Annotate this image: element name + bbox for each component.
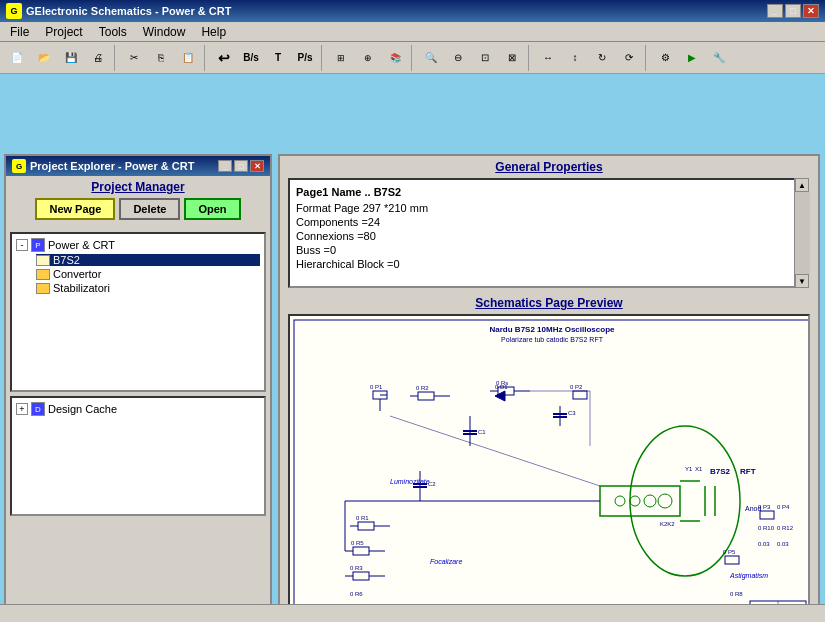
rotate-btn[interactable]: ↻ <box>589 45 615 71</box>
comp-r3b <box>353 572 369 580</box>
label-r2: 0 R2 <box>416 385 429 391</box>
comp-p5 <box>725 556 739 564</box>
maximize-btn[interactable]: □ <box>785 4 801 18</box>
settings-btn[interactable]: 🔧 <box>706 45 732 71</box>
comp-r2 <box>418 392 434 400</box>
page-convertor-label: Convertor <box>53 268 101 280</box>
gp-hierarchical: Hierarchical Block =0 <box>296 258 790 270</box>
zoom-out-btn[interactable]: ⊖ <box>445 45 471 71</box>
mirror-v-btn[interactable]: ↕ <box>562 45 588 71</box>
open-file-btn[interactable]: 📂 <box>31 45 57 71</box>
gp-connexions: Connexions =80 <box>296 230 790 242</box>
page-b7s2-label: B7S2 <box>53 254 80 266</box>
dc-expand-btn[interactable]: + <box>16 403 28 415</box>
text-btn[interactable]: T <box>265 45 291 71</box>
new-page-btn[interactable]: New Page <box>35 198 115 220</box>
menu-help[interactable]: Help <box>193 23 234 41</box>
cut-btn[interactable]: ✂ <box>121 45 147 71</box>
gp-page-name: Page1 Name .. B7S2 <box>296 186 790 198</box>
title-bar: G GElectronic Schematics - Power & CRT _… <box>0 0 825 22</box>
sep2 <box>204 45 208 71</box>
project-manager: Project Manager New Page Delete Open <box>6 176 270 228</box>
label-r3b: 0 R3 <box>350 565 363 571</box>
tree-page-stabilizatori[interactable]: Stabilizatori <box>36 282 260 294</box>
zoom-fit-btn[interactable]: ⊡ <box>472 45 498 71</box>
print-btn[interactable]: 🖨 <box>85 45 111 71</box>
y1-label: Y1 <box>685 466 693 472</box>
pe-close-btn[interactable]: ✕ <box>250 160 264 172</box>
menu-window[interactable]: Window <box>135 23 194 41</box>
tree-children: B7S2 Convertor Stabilizatori <box>36 254 260 294</box>
pe-icon: G <box>12 159 26 173</box>
open-btn[interactable]: Open <box>184 198 240 220</box>
add-comp-btn[interactable]: ⊞ <box>328 45 354 71</box>
undo-btn[interactable]: ↩ <box>211 45 237 71</box>
pe-minimize-btn[interactable]: _ <box>218 160 232 172</box>
pe-maximize-btn[interactable]: □ <box>234 160 248 172</box>
lib-btn[interactable]: 📚 <box>382 45 408 71</box>
pm-buttons: New Page Delete Open <box>10 198 266 220</box>
gp-title: General Properties <box>280 156 818 178</box>
run-sim-btn[interactable]: ▶ <box>679 45 705 71</box>
tree-page-convertor[interactable]: Convertor <box>36 268 260 280</box>
menu-file[interactable]: File <box>2 23 37 41</box>
scroll-up-btn[interactable]: ▲ <box>795 178 809 192</box>
sch-title1: Nardu B7S2 10MHz Oscilloscope <box>490 325 615 334</box>
mirror-h-btn[interactable]: ↔ <box>535 45 561 71</box>
title-controls[interactable]: _ □ ✕ <box>767 4 819 18</box>
schematic-svg: Nardu B7S2 10MHz Oscilloscope Polarizare… <box>290 316 810 622</box>
menu-project[interactable]: Project <box>37 23 90 41</box>
label-r5: 0 R5 <box>351 540 364 546</box>
sch-title2: Polarizare tub catodic B7S2 RFT <box>501 336 604 343</box>
pe-titlebar: G Project Explorer - Power & CRT _ □ ✕ <box>6 156 270 176</box>
label-p3: 0 P3 <box>758 504 771 510</box>
label-c3: C3 <box>568 410 576 416</box>
label-p1: 0 P1 <box>370 384 383 390</box>
dc-icon: D <box>31 402 45 416</box>
bus-btn[interactable]: B/s <box>238 45 264 71</box>
place-btn[interactable]: ⊕ <box>355 45 381 71</box>
menu-bar: File Project Tools Window Help <box>0 22 825 42</box>
label-p5: 0 P5 <box>723 549 736 555</box>
sep6 <box>645 45 649 71</box>
delete-btn[interactable]: Delete <box>119 198 180 220</box>
zoom-100-btn[interactable]: ⊠ <box>499 45 525 71</box>
copy-btn[interactable]: ⎘ <box>148 45 174 71</box>
focalizare-label: Focalizare <box>430 558 462 565</box>
app-title: GElectronic Schematics - Power & CRT <box>26 5 231 17</box>
paste-btn[interactable]: 📋 <box>175 45 201 71</box>
sp-title: Schematics Page Preview <box>280 292 818 314</box>
label-003b: 0.03 <box>777 541 789 547</box>
x1-label: X1 <box>695 466 703 472</box>
sp-canvas: Nardu B7S2 10MHz Oscilloscope Polarizare… <box>288 314 810 622</box>
app-icon: G <box>6 3 22 19</box>
sep1 <box>114 45 118 71</box>
gp-scrollbar[interactable]: ▲ ▼ <box>794 178 810 288</box>
pe-controls[interactable]: _ □ ✕ <box>218 160 264 172</box>
tree-page-b7s2[interactable]: B7S2 <box>36 254 260 266</box>
label-c1: C1 <box>478 429 486 435</box>
menu-tools[interactable]: Tools <box>91 23 135 41</box>
new-file-btn[interactable]: 📄 <box>4 45 30 71</box>
label-p2: 0 P2 <box>570 384 583 390</box>
wire-btn[interactable]: P/s <box>292 45 318 71</box>
design-cache[interactable]: + D Design Cache <box>10 396 266 516</box>
comp-p3 <box>760 511 774 519</box>
b7s2-label: B7S2 <box>710 467 731 476</box>
project-explorer-window: G Project Explorer - Power & CRT _ □ ✕ P… <box>4 154 272 622</box>
prop-btn[interactable]: ⚙ <box>652 45 678 71</box>
label-r8: 0 R8 <box>730 591 743 597</box>
tree-expand-btn[interactable]: - <box>16 239 28 251</box>
save-file-btn[interactable]: 💾 <box>58 45 84 71</box>
minimize-btn[interactable]: _ <box>767 4 783 18</box>
pe-title: Project Explorer - Power & CRT <box>30 160 194 172</box>
flip-btn[interactable]: ⟳ <box>616 45 642 71</box>
scroll-down-btn[interactable]: ▼ <box>795 274 809 288</box>
tree-view[interactable]: - P Power & CRT B7S2 Convertor Stabiliza… <box>10 232 266 392</box>
label-p4: 0 P4 <box>777 504 790 510</box>
zoom-in-btn[interactable]: 🔍 <box>418 45 444 71</box>
design-cache-root: + D Design Cache <box>16 402 260 416</box>
gp-components: Components =24 <box>296 216 790 228</box>
close-btn[interactable]: ✕ <box>803 4 819 18</box>
gp-format: Format Page 297 *210 mm <box>296 202 790 214</box>
